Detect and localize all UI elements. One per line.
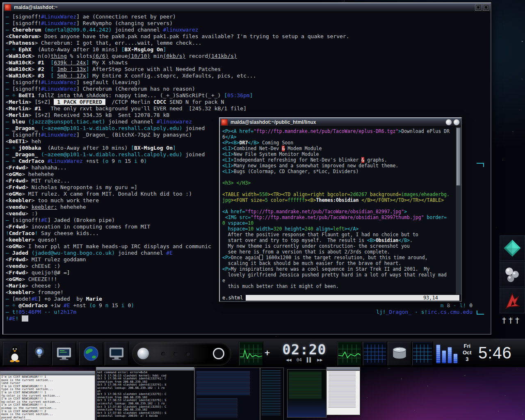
- text-segment: <: [6, 263, 9, 269]
- text-segment: (Auto-Away after 10 mins): [32, 46, 121, 52]
- text-segment: Cherebrum: [83, 86, 115, 92]
- vi-buffer[interactable]: <P><A href="ftp://ftp.mandrake.net/pub/T…: [220, 127, 456, 294]
- forward-button[interactable]: ▶▶: [317, 357, 322, 363]
- star: [389, 368, 389, 369]
- dock-tile-earth[interactable]: [79, 341, 103, 366]
- media-deck-left-knob[interactable]: [137, 348, 149, 359]
- terminal-line: <h3> </H3>: [222, 180, 453, 186]
- window-close-button[interactable]: [221, 119, 228, 126]
- rewind-button[interactable]: ◀◀: [286, 357, 292, 363]
- dock-tile-net-grid-2[interactable]: [412, 341, 433, 366]
- text-segment: MIT rulez goddamn: [32, 256, 86, 262]
- media-deck-button[interactable]: [186, 352, 190, 356]
- text-segment: #LinuxWarez: [41, 14, 76, 20]
- vi-editor-content[interactable]: <P><A href="ftp://ftp.mandrake.net/pub/T…: [220, 127, 461, 294]
- level-meters: [434, 342, 461, 365]
- window-iconify-button[interactable]: [475, 4, 482, 11]
- media-deck-button[interactable]: [161, 352, 165, 356]
- text-segment: My new theme is currently under construc…: [222, 243, 410, 249]
- mini-window-syslog[interactable]: ket command error: error=0x54Oct 3 17:36…: [96, 366, 194, 420]
- text-segment: [S+Z] Received 334.35 kB Sent 12078.78 k…: [34, 112, 169, 118]
- date-day: 3: [463, 356, 472, 363]
- terminal-line: uccessful lookup: 20639: a! 1 malda: [97, 415, 193, 418]
- sidedock-tile-spheres[interactable]: [500, 262, 525, 287]
- vi-editor-window[interactable]: malda@slashdot:~/public_html/linux <P><A…: [219, 117, 462, 302]
- dock-tile-monitor-2[interactable]: [104, 341, 129, 366]
- sidedock-tile-diamond[interactable]: [500, 235, 525, 261]
- dock-tile-disk[interactable]: [387, 341, 412, 366]
- terminal-line: <Merlin> #1 The only rxvt background you…: [6, 105, 488, 112]
- pause-button[interactable]: ▌▌: [307, 357, 312, 363]
- text-segment: Cherebrum: [9, 33, 38, 39]
- terminal-line: <IMG src="ftp://ftp.mandrake.net/pub/Tac…: [222, 215, 453, 220]
- text-segment: (141kb/s): [208, 53, 237, 59]
- text-segment: i: [131, 158, 140, 164]
- text-segment: images/eheaderbg.: [401, 192, 450, 197]
- text-segment: <: [6, 210, 9, 217]
- dock-tile-lightbulb[interactable]: [27, 341, 52, 366]
- dock-tile-oscilloscope[interactable]: [239, 341, 263, 366]
- terminal-line: <TABLE width=550><TR><TD align=right bgc…: [222, 192, 453, 197]
- text-segment: (~azeem@p101-1-w.diablo.reshall.calpoly.…: [41, 151, 182, 158]
- vi-scrollbar-thumb[interactable]: [456, 128, 461, 186]
- text-segment: #1: [38, 59, 44, 66]
- text-segment: <: [6, 164, 9, 171]
- window-close-button[interactable]: [5, 4, 11, 11]
- text-segment: >: [38, 33, 44, 39]
- text-segment: 15: [125, 158, 131, 164]
- mini-window-cursor-log[interactable]: I'm in CIXT NEWCURSOR!!! 1mask is the cu…: [0, 371, 95, 420]
- mini-window-dialog[interactable]: [326, 366, 360, 415]
- text-segment: keebler: [9, 237, 32, 243]
- text-segment: border=: [424, 215, 447, 220]
- text-segment: Obsidian: [376, 237, 398, 243]
- dock-tile-tux[interactable]: [2, 341, 27, 366]
- media-deck-right-ring[interactable]: [213, 348, 224, 359]
- text-segment: _Dragon_: [386, 309, 412, 315]
- text-segment: ]: [76, 20, 83, 26]
- media-deck-module[interactable]: [132, 342, 231, 365]
- irc-titlebar[interactable]: malda@slashdot:~: [3, 3, 491, 12]
- window-maximize-button[interactable]: [453, 119, 460, 126]
- text-segment: ·: [411, 309, 421, 315]
- text-segment: </B>: [398, 237, 410, 243]
- mini-window-titlebar[interactable]: [96, 367, 194, 371]
- text-segment: width=: [253, 226, 273, 232]
- text-segment: >: [22, 171, 28, 177]
- text-segment: lj!: [376, 309, 386, 315]
- mini-window-terminal[interactable]: [260, 368, 284, 420]
- text-segment: Fr4wd: [9, 269, 25, 276]
- mini-window-terminal[interactable]: [194, 368, 260, 420]
- window-iconify-button[interactable]: [445, 119, 452, 126]
- clock-module[interactable]: 02:20 ◀◀ 04 ▌▌ ▶▶: [272, 342, 336, 365]
- mini-window-titlebar[interactable]: [0, 371, 95, 375]
- clock-time: 02:20: [272, 342, 336, 357]
- text-segment: m: [441, 302, 447, 308]
- text-segment: keebler:: [32, 204, 57, 210]
- terminal-line: <LI>Bugs (Colormap, CD Changer, s*Loc, D…: [222, 169, 453, 174]
- text-segment: (10/10): [128, 53, 150, 59]
- text-segment: (6/6): [92, 53, 108, 59]
- dock-tile-monitor[interactable]: [52, 341, 76, 366]
- text-segment: <: [6, 33, 9, 39]
- text-segment: — ☼: [6, 302, 18, 308]
- window-maximize-button[interactable]: [483, 4, 489, 11]
- mini-window-titlebar[interactable]: [327, 367, 360, 371]
- sidedock-tile-phoenix[interactable]: [500, 288, 525, 313]
- text-segment: Fr4wd: [9, 224, 25, 230]
- text-segment: —: [6, 296, 12, 302]
- vi-statusbar: e.shtml 93,14: [220, 294, 461, 301]
- vi-scrollbar[interactable]: [455, 127, 461, 294]
- terminal-line: <WaR10cK> #1 [639k ¦ 24x] My X shawts: [6, 59, 488, 66]
- text-segment: +o Jaded: [44, 296, 73, 302]
- text-segment: [: [121, 46, 125, 52]
- dock-tile-net-grid[interactable]: [363, 341, 387, 366]
- vi-titlebar[interactable]: malda@slashdot:~/public_html/linux: [220, 118, 461, 127]
- text-segment: Marie: [86, 296, 102, 302]
- text-segment: ]: [250, 92, 253, 98]
- text-segment: ><TR><TD align=right bgcolor=: [268, 192, 350, 197]
- dock-tile-oscilloscope-2[interactable]: [337, 341, 362, 366]
- text-segment: #LinuxWarez: [41, 132, 76, 138]
- mini-window-terminal[interactable]: [287, 369, 326, 418]
- text-segment: Download ePlus DR: [401, 128, 450, 134]
- media-deck-button[interactable]: [173, 352, 178, 356]
